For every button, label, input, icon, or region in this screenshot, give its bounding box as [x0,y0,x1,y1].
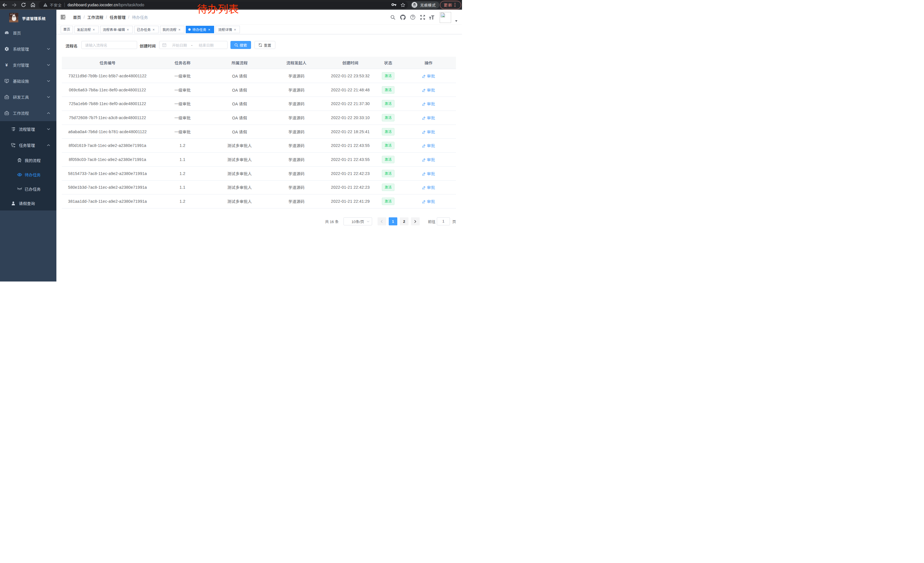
svg-text:¥: ¥ [6,63,8,67]
